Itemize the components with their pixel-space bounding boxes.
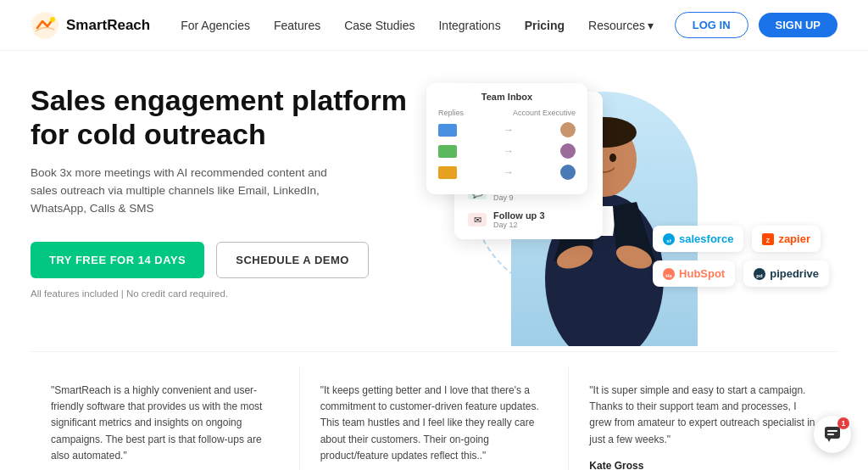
hero-left: Sales engagement platform for cold outre… [31, 75, 420, 299]
testimonial-text-1: "SmartReach is a highly convenient and u… [51, 383, 279, 464]
salesforce-logo: sf salesforce [653, 226, 743, 252]
testimonial-author-3: Kate Gross Sales Development ♥ [589, 460, 817, 470]
integrations-row-1: sf salesforce Z zapier [653, 226, 829, 252]
testimonial-text-2: "It keeps getting better and I love that… [320, 383, 548, 464]
login-button[interactable]: LOG IN [675, 12, 748, 38]
inbox-row-3: → [438, 165, 576, 180]
inbox-arrow-2: → [460, 145, 557, 157]
logo-text: SmartReach [66, 17, 150, 34]
integrations-row-2: Hs HubSpot pd pipedrive [653, 260, 829, 287]
navbar: SmartReach For Agencies Features Case St… [0, 0, 868, 51]
nav-resources[interactable]: Resources ▾ [588, 19, 654, 32]
seq-day-whatsapp: Day 9 [493, 193, 539, 202]
seq-item-followup3: ✉ Follow up 3 Day 12 [468, 210, 589, 229]
svg-rect-24 [827, 434, 834, 435]
inbox-arrow-1: → [460, 124, 557, 136]
hero-buttons: TRY FREE FOR 14 DAYS SCHEDULE A DEMO [31, 242, 420, 278]
logo[interactable]: SmartReach [31, 11, 150, 40]
hubspot-logo: Hs HubSpot [653, 260, 735, 287]
inbox-person-2 [560, 143, 576, 159]
chat-icon [824, 426, 841, 443]
testimonials-section: "SmartReach is a highly convenient and u… [31, 351, 837, 470]
inbox-row-1: → [438, 122, 576, 137]
svg-point-0 [31, 12, 58, 39]
nav-case-studies[interactable]: Case Studies [344, 19, 415, 32]
author-name-3: Kate Gross [589, 460, 670, 470]
nav-integrations[interactable]: Integrations [438, 19, 500, 32]
svg-text:pd: pd [757, 272, 764, 277]
testimonial-card-3: "It is super simple and easy to start a … [569, 367, 837, 470]
seq-label-followup3: Follow up 3 [493, 210, 545, 221]
hubspot-icon: Hs [663, 268, 675, 280]
inbox-envelope-3 [438, 166, 457, 179]
svg-point-12 [609, 154, 616, 162]
chat-button[interactable]: 1 [814, 416, 851, 453]
team-inbox-title: Team Inbox [438, 92, 576, 102]
nav-actions: LOG IN SIGN UP [675, 12, 837, 38]
svg-marker-22 [827, 439, 831, 442]
try-free-button[interactable]: TRY FREE FOR 14 DAYS [31, 242, 204, 278]
svg-text:Hs: Hs [665, 272, 672, 277]
pipedrive-logo: pd pipedrive [743, 260, 829, 287]
svg-point-1 [50, 17, 55, 22]
salesforce-icon: sf [663, 233, 675, 245]
inbox-person-3 [560, 165, 576, 180]
testimonial-card-1: "SmartReach is a highly convenient and u… [31, 367, 300, 470]
svg-rect-23 [827, 430, 837, 432]
logo-icon [31, 11, 59, 40]
signup-button[interactable]: SIGN UP [759, 13, 837, 37]
nav-pricing[interactable]: Pricing [525, 19, 565, 32]
team-inbox-card: Team Inbox Replies Account Executive → →… [426, 83, 587, 194]
zapier-logo: Z zapier [752, 226, 821, 252]
email-icon-followup3: ✉ [468, 213, 487, 227]
hero-section: Sales engagement platform for cold outre… [0, 51, 868, 351]
seq-day-followup3: Day 12 [493, 221, 545, 229]
inbox-col1-label: Replies [438, 109, 464, 117]
nav-links: For Agencies Features Case Studies Integ… [181, 19, 675, 32]
hero-note: All features included | No credit card r… [31, 288, 420, 299]
inbox-row-2: → [438, 143, 576, 159]
nav-for-agencies[interactable]: For Agencies [181, 19, 250, 32]
team-inbox-headers: Replies Account Executive [438, 109, 576, 117]
heart-icon-3: ♥ [810, 467, 818, 470]
chevron-down-icon: ▾ [648, 19, 654, 32]
pipedrive-icon: pd [754, 268, 765, 280]
inbox-person-1 [560, 122, 576, 137]
hero-title: Sales engagement platform for cold outre… [31, 83, 420, 151]
inbox-col2-label: Account Executive [513, 109, 576, 117]
hero-subtitle: Book 3x more meetings with AI recommende… [31, 165, 353, 218]
testimonial-card-2: "It keeps getting better and I love that… [300, 367, 570, 470]
svg-rect-21 [825, 427, 840, 439]
testimonial-text-3: "It is super simple and easy to start a … [589, 383, 817, 448]
inbox-envelope-1 [438, 124, 457, 137]
inbox-envelope-2 [438, 145, 457, 158]
hero-right: ✉ Opening Day 1 in LinkedIn Task Day 3 ✉… [420, 75, 837, 338]
inbox-arrow-3: → [460, 166, 557, 178]
zapier-icon: Z [762, 233, 774, 245]
svg-text:Z: Z [766, 237, 771, 243]
chat-badge: 1 [837, 417, 849, 429]
nav-features[interactable]: Features [274, 19, 320, 32]
schedule-demo-button[interactable]: SCHEDULE A DEMO [216, 242, 369, 278]
integrations-panel: sf salesforce Z zapier Hs HubSpot pd pip… [653, 226, 829, 287]
